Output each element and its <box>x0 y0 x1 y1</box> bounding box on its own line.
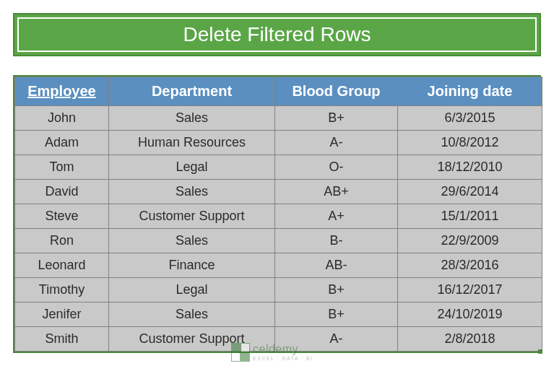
cell-joining[interactable]: 10/8/2012 <box>398 131 542 155</box>
cell-joining[interactable]: 6/3/2015 <box>398 106 542 131</box>
cell-department[interactable]: Sales <box>109 106 275 131</box>
cell-blood[interactable]: B+ <box>275 302 398 327</box>
table-header-row: Employee Department Blood Group Joining … <box>15 77 542 106</box>
cell-blood[interactable]: B- <box>275 229 398 253</box>
cell-blood[interactable]: AB- <box>275 253 398 278</box>
cell-employee[interactable]: Smith <box>15 327 109 352</box>
cell-department[interactable]: Finance <box>109 253 275 278</box>
col-header-employee[interactable]: Employee <box>15 77 109 106</box>
cell-joining[interactable]: 28/3/2016 <box>398 253 542 278</box>
cell-employee[interactable]: Steve <box>15 204 109 229</box>
cell-blood[interactable]: B+ <box>275 106 398 131</box>
cell-employee[interactable]: David <box>15 180 109 204</box>
page-title: Delete Filtered Rows <box>183 23 371 45</box>
cell-department[interactable]: Sales <box>109 180 275 204</box>
table-row[interactable]: Tom Legal O- 18/12/2010 <box>15 155 542 180</box>
table-row[interactable]: Steve Customer Support A+ 15/1/2011 <box>15 204 542 229</box>
selection-handle-icon[interactable] <box>538 349 542 354</box>
title-bar: Delete Filtered Rows <box>13 13 541 56</box>
col-header-department[interactable]: Department <box>109 77 275 106</box>
cell-department[interactable]: Customer Support <box>109 204 275 229</box>
cell-blood[interactable]: A- <box>275 327 398 352</box>
cell-joining[interactable]: 15/1/2011 <box>398 204 542 229</box>
cell-joining[interactable]: 16/12/2017 <box>398 278 542 302</box>
table-row[interactable]: Smith Customer Support A- 2/8/2018 <box>15 327 542 352</box>
cell-blood[interactable]: O- <box>275 155 398 180</box>
table-row[interactable]: Adam Human Resources A- 10/8/2012 <box>15 131 542 155</box>
col-header-blood-group[interactable]: Blood Group <box>275 77 398 106</box>
col-header-joining-date[interactable]: Joining date <box>398 77 542 106</box>
title-inner: Delete Filtered Rows <box>17 17 537 52</box>
watermark-tagline: EXCEL · DATA · BI <box>253 356 313 361</box>
cell-department[interactable]: Customer Support <box>109 327 275 352</box>
cell-employee[interactable]: Timothy <box>15 278 109 302</box>
cell-department[interactable]: Human Resources <box>109 131 275 155</box>
cell-employee[interactable]: Tom <box>15 155 109 180</box>
cell-employee[interactable]: Jenifer <box>15 302 109 327</box>
cell-blood[interactable]: A- <box>275 131 398 155</box>
cell-department[interactable]: Legal <box>109 155 275 180</box>
cell-joining[interactable]: 29/6/2014 <box>398 180 542 204</box>
table-body: John Sales B+ 6/3/2015 Adam Human Resour… <box>15 106 542 352</box>
cell-department[interactable]: Legal <box>109 278 275 302</box>
cell-blood[interactable]: A+ <box>275 204 398 229</box>
cell-blood[interactable]: B+ <box>275 278 398 302</box>
data-table[interactable]: Employee Department Blood Group Joining … <box>14 77 542 352</box>
table-row[interactable]: Timothy Legal B+ 16/12/2017 <box>15 278 542 302</box>
cell-joining[interactable]: 18/12/2010 <box>398 155 542 180</box>
cell-employee[interactable]: Adam <box>15 131 109 155</box>
cell-joining[interactable]: 2/8/2018 <box>398 327 542 352</box>
table-container: Employee Department Blood Group Joining … <box>13 75 541 353</box>
table-head: Employee Department Blood Group Joining … <box>15 77 542 106</box>
cell-joining[interactable]: 24/10/2019 <box>398 302 542 327</box>
cell-department[interactable]: Sales <box>109 302 275 327</box>
table-row[interactable]: Jenifer Sales B+ 24/10/2019 <box>15 302 542 327</box>
table-row[interactable]: David Sales AB+ 29/6/2014 <box>15 180 542 204</box>
cell-employee[interactable]: John <box>15 106 109 131</box>
cell-employee[interactable]: Ron <box>15 229 109 253</box>
cell-blood[interactable]: AB+ <box>275 180 398 204</box>
cell-department[interactable]: Sales <box>109 229 275 253</box>
table-row[interactable]: John Sales B+ 6/3/2015 <box>15 106 542 131</box>
cell-employee[interactable]: Leonard <box>15 253 109 278</box>
table-row[interactable]: Leonard Finance AB- 28/3/2016 <box>15 253 542 278</box>
cell-joining[interactable]: 22/9/2009 <box>398 229 542 253</box>
table-row[interactable]: Ron Sales B- 22/9/2009 <box>15 229 542 253</box>
